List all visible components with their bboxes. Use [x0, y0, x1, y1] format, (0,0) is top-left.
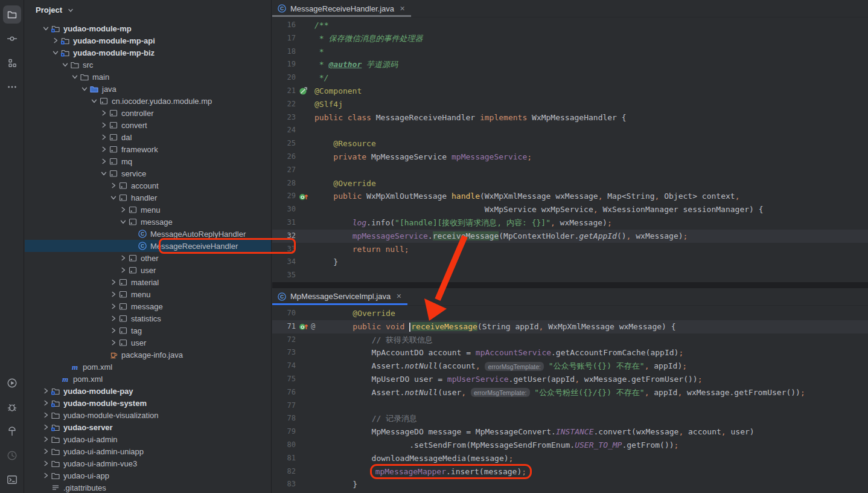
run-icon[interactable]	[3, 374, 21, 392]
line-number[interactable]: 70	[272, 307, 296, 320]
code-line[interactable]: 80 .setSendFrom(MpMessageSendFromEnum.US…	[272, 439, 868, 452]
chevron-collapsed-icon[interactable]	[98, 108, 109, 118]
line-number[interactable]: 29	[272, 190, 296, 203]
profiler-icon[interactable]	[3, 446, 21, 465]
chevron-down-icon[interactable]	[66, 6, 75, 14]
code-line[interactable]: 27	[272, 164, 868, 177]
code-line[interactable]: 20 */	[272, 71, 868, 85]
chevron-collapsed-icon[interactable]	[40, 398, 51, 408]
chevron-collapsed-icon[interactable]	[40, 471, 51, 480]
line-number[interactable]: 79	[272, 425, 296, 439]
chevron-collapsed-icon[interactable]	[40, 386, 51, 396]
close-icon[interactable]: ✕	[396, 292, 401, 300]
code-line[interactable]: 76 Assert.notNull(user, errorMsgTemplate…	[272, 386, 868, 399]
code-line[interactable]: 79 MpMessageDO message = MpMessageConver…	[272, 425, 868, 439]
tree-row[interactable]: mq	[25, 155, 271, 167]
line-number[interactable]: 78	[272, 412, 296, 425]
tree-row[interactable]: tag	[25, 324, 271, 337]
chevron-collapsed-icon[interactable]	[108, 277, 118, 287]
debug-icon[interactable]	[3, 398, 21, 416]
spring-bean-icon[interactable]	[299, 86, 308, 95]
tree-row[interactable]: convert	[25, 119, 271, 131]
line-number[interactable]: 76	[272, 386, 296, 399]
commit-icon[interactable]	[3, 30, 21, 48]
overriding-method-icon[interactable]: O	[299, 192, 309, 201]
tree-row[interactable]: controller	[25, 107, 271, 119]
code-line[interactable]: 70 @Override	[272, 307, 868, 320]
tree-row[interactable]: yudao-ui-admin-uniapp	[25, 445, 271, 457]
chevron-collapsed-icon[interactable]	[98, 144, 109, 154]
tree-row[interactable]: menu	[25, 204, 271, 216]
tree-row[interactable]: other	[25, 252, 271, 264]
tree-row[interactable]: handler	[25, 192, 271, 204]
tree-row[interactable]: yudao-server	[25, 421, 271, 433]
chevron-collapsed-icon[interactable]	[98, 156, 109, 166]
code-line[interactable]: 72 // 获得关联信息	[272, 334, 868, 347]
line-number[interactable]: 27	[272, 164, 296, 177]
tree-row[interactable]: yudao-ui-app	[25, 469, 271, 482]
line-number[interactable]: 24	[272, 124, 296, 137]
chevron-expanded-icon[interactable]	[69, 72, 80, 82]
tree-row[interactable]: .gitattributes	[25, 482, 271, 493]
line-number[interactable]: 18	[272, 45, 296, 59]
code-line[interactable]: 24	[272, 124, 868, 137]
chevron-collapsed-icon[interactable]	[40, 422, 51, 432]
line-number[interactable]: 17	[272, 32, 296, 45]
editor-tab[interactable]: C MessageReceiveHandler.java ✕	[272, 0, 411, 17]
code-line[interactable]: 30 WxMpService wxMpService, WxSessionMan…	[272, 203, 868, 216]
tree-row[interactable]: yudao-module-visualization	[25, 409, 271, 421]
tree-row[interactable]: mpom.xml	[25, 361, 271, 373]
tree-row[interactable]: user	[25, 337, 271, 349]
chevron-collapsed-icon[interactable]	[108, 338, 118, 347]
line-number[interactable]: 75	[272, 373, 296, 386]
tree-row[interactable]: user	[25, 264, 271, 276]
more-tools-icon[interactable]	[3, 78, 21, 96]
chevron-collapsed-icon[interactable]	[98, 132, 109, 142]
code-line[interactable]: 21@Component	[272, 85, 868, 98]
line-number[interactable]: 77	[272, 399, 296, 413]
line-number[interactable]: 28	[272, 177, 296, 190]
chevron-collapsed-icon[interactable]	[40, 434, 51, 444]
code-line[interactable]: 75 MpUserDO user = mpUserService.getUser…	[272, 373, 868, 386]
line-number[interactable]: 21	[272, 85, 296, 98]
chevron-collapsed-icon[interactable]	[98, 120, 109, 130]
code-line[interactable]: 82 mpMessageMapper.insert(message);	[272, 465, 868, 478]
line-number[interactable]: 32	[272, 230, 296, 243]
build-icon[interactable]	[3, 422, 21, 440]
code-line[interactable]: 31 log.info("[handle][接收到请求消息, 内容: {}]",…	[272, 216, 868, 230]
tree-row[interactable]: service	[25, 167, 271, 179]
chevron-collapsed-icon[interactable]	[40, 410, 51, 420]
tree-row[interactable]: message	[25, 300, 271, 312]
tree-row[interactable]: framework	[25, 143, 271, 155]
line-number[interactable]: 72	[272, 334, 296, 347]
chevron-collapsed-icon[interactable]	[108, 181, 118, 190]
chevron-collapsed-icon[interactable]	[108, 314, 118, 323]
code-line[interactable]: 32 mpMessageService.receiveMessage(MpCon…	[272, 230, 868, 243]
code-line[interactable]: 71O@ public void receiveMessage(String a…	[272, 320, 868, 334]
editor-tab[interactable]: C MpMessageServiceImpl.java ✕	[272, 288, 407, 305]
line-number[interactable]: 80	[272, 439, 296, 452]
annotated-icon[interactable]: @	[311, 320, 315, 334]
code-line[interactable]: 18 *	[272, 45, 868, 59]
tree-row[interactable]: message	[25, 216, 271, 228]
chevron-collapsed-icon[interactable]	[108, 289, 118, 299]
code-line[interactable]: 34 }	[272, 256, 868, 269]
chevron-collapsed-icon[interactable]	[118, 265, 128, 275]
tree-row[interactable]: yudao-module-mp	[25, 22, 271, 34]
editor-splitter[interactable]	[272, 282, 868, 288]
code-line[interactable]: 22@Slf4j	[272, 98, 868, 111]
line-number[interactable]: 19	[272, 58, 296, 71]
tree-row[interactable]: yudao-module-mp-api	[25, 34, 271, 47]
chevron-expanded-icon[interactable]	[50, 48, 60, 57]
tree-row[interactable]: yudao-module-pay	[25, 385, 271, 397]
code-line[interactable]: 28 @Override	[272, 177, 868, 190]
code-line[interactable]: 17 * 保存微信消息的事件处理器	[272, 32, 868, 45]
tree-row[interactable]: menu	[25, 288, 271, 300]
tree-row[interactable]: package-info.java	[25, 349, 271, 361]
code-line[interactable]: 26 private MpMessageService mpMessageSer…	[272, 150, 868, 164]
code-line[interactable]: 78 // 记录消息	[272, 412, 868, 425]
chevron-collapsed-icon[interactable]	[118, 253, 128, 263]
chevron-expanded-icon[interactable]	[108, 193, 118, 202]
line-number[interactable]: 25	[272, 137, 296, 150]
chevron-expanded-icon[interactable]	[89, 96, 99, 106]
